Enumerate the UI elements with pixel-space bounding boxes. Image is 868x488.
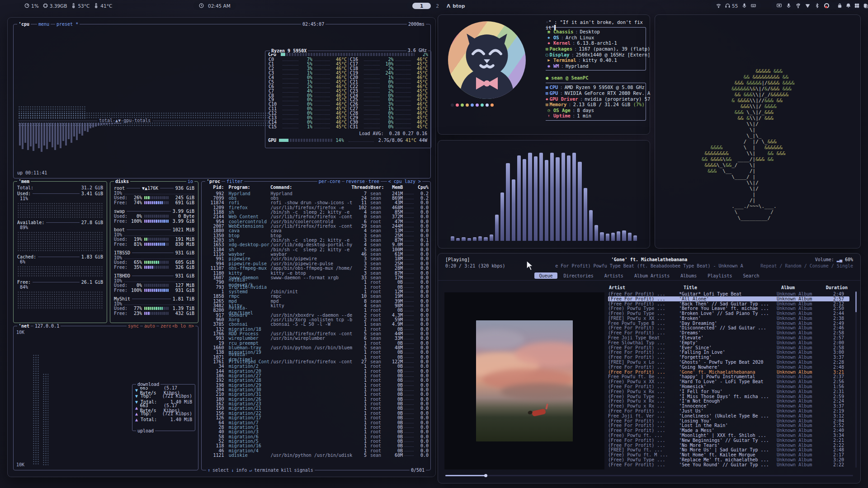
tab-search[interactable]: Search bbox=[738, 272, 764, 279]
system-stats-module[interactable]: 1% 3.39GB 53°C 41°C bbox=[19, 1, 118, 10]
process-row[interactable]: 1systemd/sbin/init1root12M0.0 bbox=[204, 289, 429, 294]
tab-artists[interactable]: Artists bbox=[600, 272, 628, 279]
cpu-usage-module[interactable]: 1% bbox=[24, 3, 39, 9]
queue-row[interactable]: (Free For Profit) ...'Dreams'Unknown Alb… bbox=[608, 330, 849, 335]
clipboard-icon[interactable] bbox=[863, 3, 868, 8]
seek-bar[interactable] bbox=[445, 474, 853, 477]
process-row[interactable]: 1188sh/bin/sh -c sleep 2; kitty -e4sean8… bbox=[204, 210, 429, 214]
process-row[interactable]: 1761Privileged Cont/usr/lib/firefox/fire… bbox=[204, 359, 429, 364]
sort-selector[interactable]: < cpu lazy > bbox=[387, 178, 422, 184]
mic-tray-icon[interactable] bbox=[786, 3, 791, 8]
playback-modes[interactable]: Repeat / Random / Consume / Single bbox=[760, 263, 853, 268]
queue-row[interactable]: [FREE] Powfu x XX ...'Broken'Unknown Alb… bbox=[608, 316, 849, 321]
kill-button[interactable]: kill bbox=[281, 467, 292, 473]
process-row[interactable]: 144migration/201root0B0.0 bbox=[204, 369, 429, 373]
volume-indicator[interactable]: Volume: ▂▄ 60% bbox=[815, 257, 853, 262]
process-row[interactable]: 3785cbonsaicbonsai -S -L 50 -l -W1sean4.… bbox=[204, 322, 429, 327]
queue-row[interactable]: (Free For Profit) ...'Gone' ft. Michaela… bbox=[608, 370, 849, 375]
update-interval[interactable]: 2000ms bbox=[407, 21, 426, 27]
process-row[interactable]: 118migration/161root0B0.0 bbox=[204, 444, 429, 448]
process-row[interactable]: 11874rofirofi -show drun -show-icons -th… bbox=[204, 201, 429, 205]
queue-row[interactable]: (Free For Profit) ...'No More Tears'Unkn… bbox=[608, 443, 849, 448]
queue-row[interactable]: (Free For Profit) ...'Disconnected' // S… bbox=[608, 326, 849, 331]
queue-row[interactable]: (Free) Powfu x XX ...'Hard To Love' - Lo… bbox=[608, 379, 849, 384]
process-row[interactable]: 1265mpdmpd8sean39M0.0 bbox=[204, 299, 429, 303]
process-row[interactable]: 28migration/11root0B0.0 bbox=[204, 425, 429, 429]
process-row[interactable]: 993wireplumber/usr/bin/wireplumber6sean3… bbox=[204, 336, 429, 341]
queue-row[interactable]: Free Powfu Type B ...'Day Dreaming'Unkno… bbox=[608, 321, 849, 326]
net-auto-button[interactable]: auto bbox=[143, 323, 156, 329]
tab-queue[interactable]: Queue bbox=[534, 272, 557, 279]
process-row[interactable]: 180migration/261root0B0.0 bbox=[204, 397, 429, 401]
process-row[interactable]: 960Xorg/usr/lib/Xorg -nolisten tcp -ba2r… bbox=[204, 317, 429, 322]
workspace-1-active[interactable]: 1 bbox=[412, 3, 431, 9]
info-key[interactable]: ↓ bbox=[231, 467, 234, 473]
workspace-2[interactable]: 2 bbox=[434, 3, 441, 9]
tab-albums[interactable]: Albums bbox=[676, 272, 701, 279]
obs-recording-icon[interactable] bbox=[824, 3, 829, 8]
process-row[interactable]: 1660blueman-tray/usr/bin/python /usr/bin… bbox=[204, 345, 429, 350]
terminate-key[interactable]: ↵ bbox=[249, 467, 252, 473]
net-sync-button[interactable]: sync bbox=[127, 323, 140, 329]
select-key[interactable]: ↑ bbox=[208, 467, 210, 473]
queue-row[interactable]: [FREE] Powfu x Lo ...'Ghosts' - Powfu Ty… bbox=[608, 360, 849, 365]
process-row[interactable]: 1880cavacava4sean13M0.0 bbox=[204, 229, 429, 233]
per-core-button[interactable]: per-core bbox=[317, 178, 342, 184]
process-row[interactable]: 34migration/21root0B0.0 bbox=[204, 364, 429, 369]
queue-row[interactable]: (Free) Powfu Type ...'I Miss Those Days'… bbox=[608, 394, 849, 399]
process-row[interactable]: 790nvidia-modeset/k1root0B0.0 bbox=[204, 280, 429, 285]
process-row[interactable]: 2007WebExtensions/usr/lib/firefox/firefo… bbox=[204, 224, 429, 228]
process-row[interactable]: 1766RDD Process/usr/lib/firefox/firefox … bbox=[204, 331, 429, 336]
queue-row[interactable]: (Free) Powfu Type ...'Broken Love' // Sa… bbox=[608, 311, 849, 316]
queue-row[interactable]: (Free) Powfu ft. M ...'Not Home' ft. Kai… bbox=[608, 452, 849, 457]
queue-row[interactable]: (Free For Profit) ...'Homesick'Unknown A… bbox=[608, 384, 849, 389]
queue-row[interactable]: (Free For Profit) ...'Forgetting'Unknown… bbox=[608, 355, 849, 360]
gpu-temp-module[interactable]: 41°C bbox=[94, 3, 112, 9]
queue-scrollbar[interactable] bbox=[855, 291, 857, 468]
queue-row[interactable]: (Free) Powfu Type ...'Before You Leave' … bbox=[608, 306, 849, 311]
queue-row[interactable]: (Free For Profit) ...'All Alone'Unknown … bbox=[608, 296, 849, 301]
queue-row[interactable]: Free Joji Type Beat'Elevate'Unknown Albu… bbox=[608, 335, 849, 340]
queue-row[interactable]: (Free For Profit) ...*Guitar* Lofi Type … bbox=[608, 291, 849, 296]
usb-icon[interactable] bbox=[796, 3, 801, 8]
queue-row[interactable]: (Free) Powfu x Rx ...'I Fell for You'Unk… bbox=[608, 389, 849, 394]
tree-button[interactable]: tree bbox=[367, 178, 381, 184]
process-row[interactable]: 1121udiskie/usr/bin/python /usr/bin/udis… bbox=[204, 453, 429, 457]
process-row[interactable]: 7099obsobs24sean869M0.2 bbox=[204, 196, 429, 200]
net-interface-selector[interactable]: <b lo n> bbox=[171, 323, 195, 329]
process-row[interactable]: 1203sh/bin/sh -c sleep 2; kitty -e c3sea… bbox=[204, 238, 429, 242]
notification-icon[interactable] bbox=[846, 3, 851, 8]
cpu-temp-module[interactable]: 53°C bbox=[71, 3, 90, 9]
screenshare-icon[interactable] bbox=[777, 3, 782, 8]
process-row[interactable]: 793irq/116-nvidia1root0B0.0 bbox=[204, 285, 429, 289]
queue-row[interactable]: (Free For Profit) ...'Just Us'Unknown Al… bbox=[608, 408, 849, 413]
process-row[interactable]: 1071nvidia-drm/timel1root0B0.0 bbox=[204, 355, 429, 359]
queue-row[interactable]: (Free For Profit) ...'Back Then' // Sad … bbox=[608, 301, 849, 306]
queue-row[interactable]: [FREE] Powfu ft. ...'No More Us' | Sad G… bbox=[608, 448, 849, 453]
queue-row[interactable]: Free Powfu ft. Be ...'happy' | Powfu Ins… bbox=[608, 375, 849, 380]
queue-row[interactable]: (Free) Powfu ft. ...'Moonlight' | XXX ft… bbox=[608, 433, 849, 438]
process-row[interactable]: 40migration/31root0B0.0 bbox=[204, 430, 429, 434]
queue-row[interactable]: (Free For Profit) ...'See You Round' // … bbox=[608, 462, 849, 467]
signals-button[interactable]: signals bbox=[294, 467, 313, 473]
process-row[interactable]: 991pipewire/usr/bin/pipewire3sean18M0.0 bbox=[204, 257, 429, 261]
queue-row[interactable]: (Free For Profit) ...'New Beginnings' //… bbox=[608, 438, 849, 443]
process-row[interactable]: 1116waybarwaybar46sean61M0.0 bbox=[204, 252, 429, 256]
process-row[interactable]: 954coolercontrold/usr/bin/coolercontrold… bbox=[204, 219, 429, 224]
process-row[interactable]: 210migration/311root0B0.0 bbox=[204, 392, 429, 397]
process-row[interactable]: 156migration/221root0B0.0 bbox=[204, 411, 429, 415]
process-row[interactable]: 58migration/61root0B0.0 bbox=[204, 434, 429, 439]
menu-button[interactable]: menu bbox=[37, 21, 51, 27]
process-row[interactable]: 52migration/51root0B0.0 bbox=[204, 439, 429, 443]
apps-grid-icon[interactable] bbox=[854, 3, 859, 8]
clock-module[interactable]: 02:45 AM bbox=[193, 1, 236, 10]
process-row[interactable]: 46migration/41root0B0.0 bbox=[204, 448, 429, 453]
queue-row[interactable]: (Free) Powfu x Rx ...'I'm Not Enough'Unk… bbox=[608, 399, 849, 404]
process-row[interactable]: 11107obs-ffmpeg-mux/app/bin/obs-ffmpeg-m… bbox=[204, 266, 429, 271]
process-row[interactable]: 198migration/291root0B0.0 bbox=[204, 383, 429, 387]
lock-icon[interactable] bbox=[837, 3, 842, 8]
queue-row[interactable]: (Free For Profit) ...'Going Nowhere'Unkn… bbox=[608, 365, 849, 370]
tab-album-artists[interactable]: Album Artists bbox=[630, 272, 674, 279]
reverse-button[interactable]: reverse bbox=[344, 178, 366, 184]
process-row[interactable]: 150migration/211root0B0.0 bbox=[204, 406, 429, 411]
